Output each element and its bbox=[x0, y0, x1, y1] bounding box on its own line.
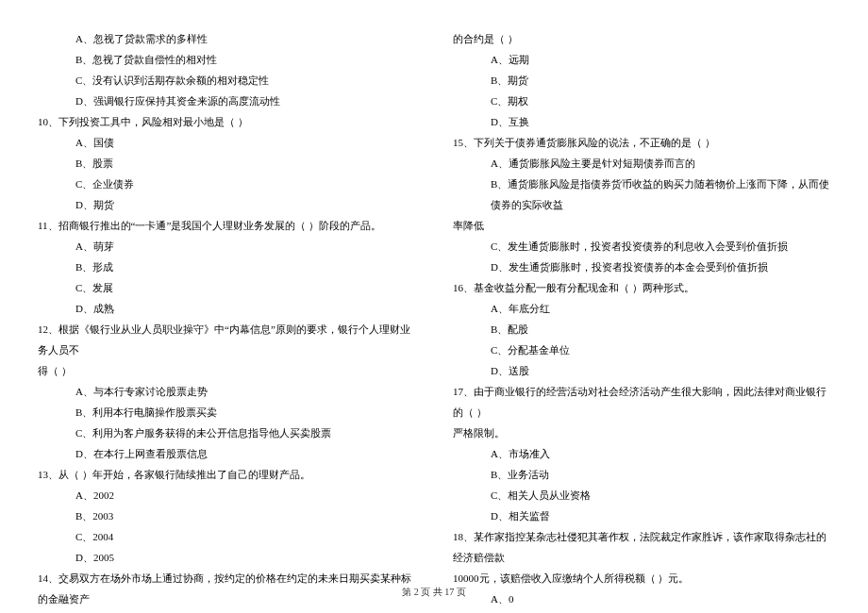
option: A、通货膨胀风险主要是针对短期债券而言的 bbox=[453, 153, 830, 174]
option: C、发生通货膨胀时，投资者投资债券的利息收入会受到价值折损 bbox=[453, 236, 830, 257]
question-18: 18、某作家指控某杂志社侵犯其著作权，法院裁定作家胜诉，该作家取得杂志社的经济赔… bbox=[453, 526, 830, 568]
option: C、利用为客户服务获得的未公开信息指导他人买卖股票 bbox=[38, 422, 415, 443]
question-16: 16、基金收益分配一般有分配现金和（ ）两种形式。 bbox=[453, 277, 830, 298]
option: B、股票 bbox=[38, 153, 415, 174]
question-12-cont: 得（ ） bbox=[38, 360, 415, 381]
option: A、2002 bbox=[38, 485, 415, 505]
option: D、2005 bbox=[38, 547, 415, 568]
option: D、发生通货膨胀时，投资者投资债券的本金会受到价值折损 bbox=[453, 257, 830, 277]
page-footer: 第 2 页 共 17 页 bbox=[0, 586, 868, 599]
question-17-cont: 严格限制。 bbox=[453, 422, 830, 443]
option: D、送股 bbox=[453, 360, 830, 381]
option: B、忽视了贷款自偿性的相对性 bbox=[38, 49, 415, 70]
option: C、相关人员从业资格 bbox=[453, 485, 830, 505]
question-15: 15、下列关于债券通货膨胀风险的说法，不正确的是（ ） bbox=[453, 132, 830, 153]
option: C、企业债券 bbox=[38, 174, 415, 194]
question-14-cont: 的合约是（ ） bbox=[453, 28, 830, 49]
option: D、成熟 bbox=[38, 298, 415, 319]
option-cont: 率降低 bbox=[453, 215, 830, 236]
option: A、与本行专家讨论股票走势 bbox=[38, 381, 415, 402]
option: B、形成 bbox=[38, 257, 415, 277]
option: A、市场准入 bbox=[453, 443, 830, 464]
option: B、1160 bbox=[453, 609, 830, 613]
option: C、发展 bbox=[38, 277, 415, 298]
option: B、利用本行电脑操作股票买卖 bbox=[38, 402, 415, 422]
option: B、配股 bbox=[453, 319, 830, 340]
option: B、2003 bbox=[38, 505, 415, 526]
option: D、在本行上网查看股票信息 bbox=[38, 443, 415, 464]
option: B、期货 bbox=[453, 70, 830, 91]
option: A、远期 bbox=[453, 49, 830, 70]
left-column: A、忽视了贷款需求的多样性 B、忽视了贷款自偿性的相对性 C、没有认识到活期存款… bbox=[38, 28, 434, 585]
question-17: 17、由于商业银行的经营活动对社会经济活动产生很大影响，因此法律对商业银行的（ … bbox=[453, 381, 830, 422]
option: A、国债 bbox=[38, 132, 415, 153]
option: A、忽视了贷款需求的多样性 bbox=[38, 28, 415, 49]
option: A、年底分红 bbox=[453, 298, 830, 319]
question-12: 12、根据《银行业从业人员职业操守》中“内幕信息”原则的要求，银行个人理财业务人… bbox=[38, 319, 415, 360]
option: C、分配基金单位 bbox=[453, 340, 830, 360]
question-10: 10、下列投资工具中，风险相对最小地是（ ） bbox=[38, 111, 415, 132]
page-container: A、忽视了贷款需求的多样性 B、忽视了贷款自偿性的相对性 C、没有认识到活期存款… bbox=[0, 0, 868, 613]
option: D、互换 bbox=[453, 111, 830, 132]
option: C、2004 bbox=[38, 526, 415, 547]
option: C、期权 bbox=[453, 91, 830, 111]
option: D、强调银行应保持其资金来源的高度流动性 bbox=[38, 91, 415, 111]
right-column: 的合约是（ ） A、远期 B、期货 C、期权 D、互换 15、下列关于债券通货膨… bbox=[434, 28, 830, 585]
option: B、通货膨胀风险是指债券货币收益的购买力随着物价上涨而下降，从而使债券的实际收益 bbox=[453, 174, 830, 215]
option: C、没有认识到活期存款余额的相对稳定性 bbox=[38, 70, 415, 91]
option: B、业务活动 bbox=[453, 464, 830, 485]
option: D、相关监督 bbox=[453, 505, 830, 526]
question-11: 11、招商银行推出的“一卡通”是我国个人理财业务发展的（ ）阶段的产品。 bbox=[38, 215, 415, 236]
option: A、萌芽 bbox=[38, 236, 415, 257]
option: D、期货 bbox=[38, 194, 415, 215]
question-13: 13、从（ ）年开始，各家银行陆续推出了自己的理财产品。 bbox=[38, 464, 415, 485]
